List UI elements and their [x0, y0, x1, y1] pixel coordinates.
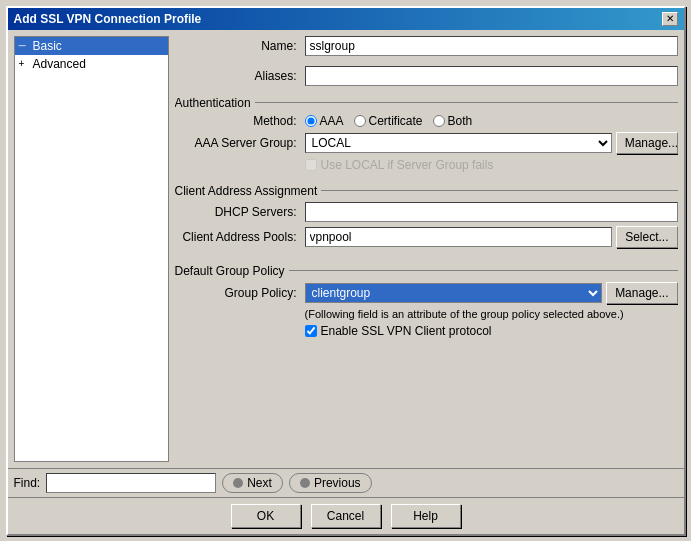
sidebar-item-basic-label: Basic: [33, 39, 164, 53]
previous-button[interactable]: Previous: [289, 473, 372, 493]
method-label: Method:: [175, 114, 305, 128]
bottom-bar: Find: Next Previous: [8, 468, 684, 497]
group-policy-select[interactable]: clientgroup: [305, 283, 603, 303]
expand-icon-advanced: +: [19, 58, 33, 69]
previous-label: Previous: [314, 476, 361, 490]
next-button[interactable]: Next: [222, 473, 283, 493]
close-button[interactable]: ✕: [662, 12, 678, 26]
aaa-manage-button[interactable]: Manage...: [616, 132, 678, 154]
sidebar-item-basic[interactable]: ─ Basic: [15, 37, 168, 55]
sidebar-item-advanced-label: Advanced: [33, 57, 164, 71]
radio-certificate-input[interactable]: [354, 115, 366, 127]
auth-section-label: Authentication: [175, 96, 678, 110]
title-bar: Add SSL VPN Connection Profile ✕: [8, 8, 684, 30]
client-pools-row: Client Address Pools: Select...: [175, 226, 678, 248]
dialog-title: Add SSL VPN Connection Profile: [14, 12, 202, 26]
aaa-server-group-label: AAA Server Group:: [175, 136, 305, 150]
left-panel: ─ Basic + Advanced: [14, 36, 169, 462]
sidebar-item-advanced[interactable]: + Advanced: [15, 55, 168, 73]
dhcp-input[interactable]: [305, 202, 678, 222]
aliases-label: Aliases:: [175, 69, 305, 83]
expand-icon-basic: ─: [19, 40, 33, 51]
name-label: Name:: [175, 39, 305, 53]
previous-circle: [300, 478, 310, 488]
radio-certificate[interactable]: Certificate: [354, 114, 423, 128]
select-button[interactable]: Select...: [616, 226, 677, 248]
group-policy-label: Group Policy:: [175, 286, 305, 300]
help-button[interactable]: Help: [391, 504, 461, 528]
ok-button[interactable]: OK: [231, 504, 301, 528]
cancel-button[interactable]: Cancel: [311, 504, 381, 528]
client-pools-dropdown-row: Select...: [305, 226, 678, 248]
radio-aaa-label: AAA: [320, 114, 344, 128]
client-divider: [321, 190, 677, 191]
auth-divider: [255, 102, 678, 103]
next-circle: [233, 478, 243, 488]
default-group-section: Default Group Policy Group Policy: clien…: [175, 264, 678, 338]
aaa-server-group-select[interactable]: LOCAL: [305, 133, 612, 153]
dhcp-row: DHCP Servers:: [175, 202, 678, 222]
find-input[interactable]: [46, 473, 216, 493]
aliases-input[interactable]: [305, 66, 678, 86]
auth-section: Authentication Method: AAA Certificate: [175, 96, 678, 172]
group-policy-dropdown-row: clientgroup Manage...: [305, 282, 678, 304]
client-pools-input[interactable]: [305, 227, 613, 247]
radio-both-label: Both: [448, 114, 473, 128]
radio-both-input[interactable]: [433, 115, 445, 127]
find-label: Find:: [14, 476, 41, 490]
footer-buttons: OK Cancel Help: [8, 497, 684, 534]
dialog: Add SSL VPN Connection Profile ✕ ─ Basic…: [6, 6, 686, 536]
radio-both[interactable]: Both: [433, 114, 473, 128]
name-input[interactable]: [305, 36, 678, 56]
method-radio-group: AAA Certificate Both: [305, 114, 473, 128]
aaa-server-group-dropdown-row: LOCAL Manage...: [305, 132, 678, 154]
default-group-section-label: Default Group Policy: [175, 264, 678, 278]
client-address-section-label: Client Address Assignment: [175, 184, 678, 198]
enable-ssl-row: Enable SSL VPN Client protocol: [175, 324, 678, 338]
default-group-divider: [289, 270, 678, 271]
next-label: Next: [247, 476, 272, 490]
client-address-section: Client Address Assignment DHCP Servers: …: [175, 184, 678, 252]
group-manage-button[interactable]: Manage...: [606, 282, 677, 304]
hint-text: (Following field is an attribute of the …: [175, 308, 678, 320]
client-pools-label: Client Address Pools:: [175, 230, 305, 244]
method-row: Method: AAA Certificate Both: [175, 114, 678, 128]
aaa-server-group-row: AAA Server Group: LOCAL Manage...: [175, 132, 678, 154]
aliases-row: Aliases:: [175, 66, 678, 86]
use-local-label: Use LOCAL if Server Group fails: [321, 158, 494, 172]
dhcp-label: DHCP Servers:: [175, 205, 305, 219]
use-local-row: Use LOCAL if Server Group fails: [175, 158, 678, 172]
group-policy-row: Group Policy: clientgroup Manage...: [175, 282, 678, 304]
dialog-body: ─ Basic + Advanced Name: Aliases:: [8, 30, 684, 468]
radio-aaa-input[interactable]: [305, 115, 317, 127]
radio-certificate-label: Certificate: [369, 114, 423, 128]
radio-aaa[interactable]: AAA: [305, 114, 344, 128]
use-local-checkbox[interactable]: [305, 159, 317, 171]
enable-ssl-label: Enable SSL VPN Client protocol: [321, 324, 492, 338]
right-panel: Name: Aliases: Authentication Method:: [175, 36, 678, 462]
enable-ssl-checkbox[interactable]: [305, 325, 317, 337]
name-row: Name:: [175, 36, 678, 56]
